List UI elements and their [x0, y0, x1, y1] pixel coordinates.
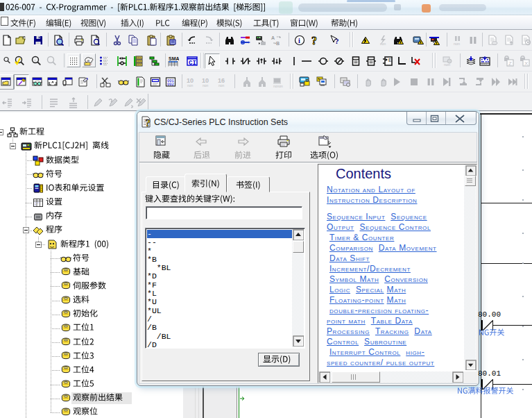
svg-text:E: E	[388, 58, 392, 62]
svg-text:A: A	[271, 35, 275, 40]
svg-text:SMA: SMA	[169, 56, 179, 61]
svg-text:CI: CI	[189, 60, 196, 67]
svg-text:non: non	[187, 83, 194, 87]
svg-text:?: ?	[335, 37, 339, 45]
svg-text:X: X	[524, 60, 529, 67]
svg-text:nonon: nonon	[273, 84, 283, 88]
svg-text:non: non	[444, 62, 450, 67]
svg-text:non: non	[454, 42, 460, 46]
svg-text:002: 002	[167, 82, 174, 87]
svg-text:?: ?	[146, 117, 151, 128]
svg-text:i: i	[298, 37, 300, 44]
svg-text:?: ?	[311, 35, 317, 46]
svg-text:w: w	[87, 58, 90, 62]
svg-text:Z: Z	[508, 60, 512, 67]
svg-text:B: B	[276, 41, 280, 46]
svg-text:non: non	[380, 42, 386, 46]
svg-text:non: non	[203, 83, 209, 87]
svg-text:non: non	[218, 83, 225, 87]
